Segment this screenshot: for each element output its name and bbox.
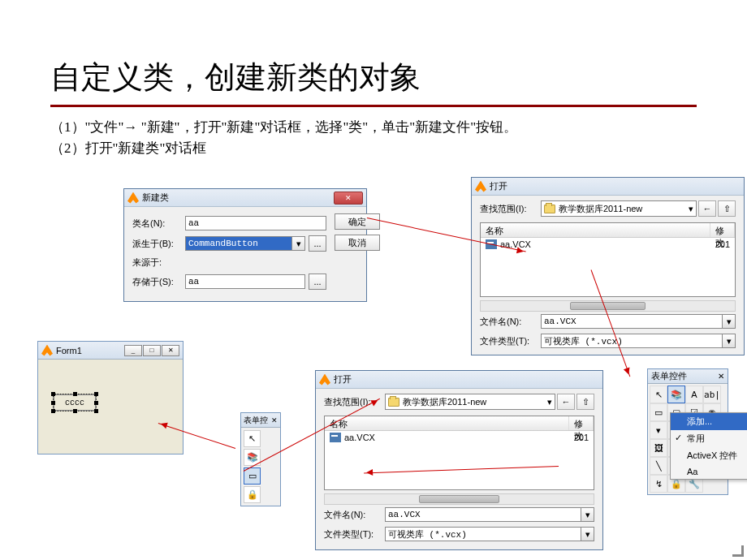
class-name-input[interactable] (185, 216, 326, 230)
library-icon[interactable]: 📚 (667, 386, 685, 403)
filetype-combo[interactable]: 可视类库 (*.vcx) (385, 527, 581, 541)
menu-aa-item[interactable]: Aa (671, 464, 747, 479)
line-tool-icon[interactable]: ╲ (650, 457, 667, 475)
slide-title: 自定义类，创建新类的对象 (50, 57, 697, 105)
toolbox-context-menu[interactable]: 添加... 常用 ActiveX 控件 Aa (670, 412, 747, 480)
browse-store-button[interactable]: ... (309, 274, 326, 290)
new-class-dialog: 新建类 ✕ 类名(N): 派生于(B): CommandButton ▾ ...… (123, 188, 367, 302)
label-filetype: 文件类型(T): (324, 528, 385, 541)
base-class-value: CommandButton (188, 239, 258, 248)
label-lookin: 查找范围(I): (480, 203, 541, 215)
pointer-tool-icon[interactable]: ↖ (244, 430, 261, 447)
form-controls-toolbox-small[interactable]: 表单控 ✕ ↖ 📚 ▭ 🔒 (240, 412, 281, 506)
label-from: 来源于: (132, 256, 185, 269)
pointer-tool-icon[interactable]: ↖ (650, 386, 667, 403)
filename-input[interactable] (541, 314, 723, 329)
lookin-folder-name: 教学数据库2011-new (559, 203, 642, 215)
cancel-button[interactable]: 取消 (335, 235, 380, 251)
folder-icon (388, 398, 399, 407)
file-list[interactable]: 名称 修改 aa.VCX 201 (324, 416, 594, 490)
fox-icon (41, 345, 53, 356)
col-name-header[interactable]: 名称 (481, 223, 710, 237)
open-dialog-1: 打开 查找范围(I): 教学数据库2011-new ▾ ← ⇧ 名称 修改 aa… (471, 177, 745, 355)
vcx-file-icon (330, 433, 341, 442)
lookin-combo[interactable]: 教学数据库2011-new ▾ (385, 394, 555, 410)
toolbox-small-title: 表单控 (244, 415, 268, 426)
browse-base-button[interactable]: ... (309, 235, 326, 252)
label-filetype: 文件类型(T): (480, 335, 541, 347)
up-icon[interactable]: ⇧ (718, 200, 736, 217)
maximize-icon[interactable]: □ (143, 345, 161, 356)
fox-icon (127, 192, 139, 204)
close-icon[interactable]: ✕ (271, 416, 278, 424)
file-date-cell: 201 (574, 433, 589, 442)
toolbox-big-title: 表单控件 (651, 370, 687, 382)
form-designer: Form1 _ □ ✕ cccc (37, 341, 184, 454)
fox-icon (475, 181, 486, 192)
chevron-down-icon[interactable]: ▾ (723, 334, 736, 348)
base-class-combo[interactable]: CommandButton (185, 236, 292, 251)
step-1-text: （1）"文件"→ "新建"，打开"新建"对话框，选择"类"，单击"新建文件"按钮… (50, 117, 697, 138)
h-scrollbar[interactable] (480, 300, 736, 312)
h-scrollbar[interactable] (324, 493, 594, 505)
menu-activex-item[interactable]: ActiveX 控件 (671, 447, 747, 464)
label-store-in: 存储于(S): (132, 276, 185, 288)
chevron-down-icon[interactable]: ▾ (581, 527, 594, 541)
label-filename: 文件名(N): (324, 509, 385, 521)
file-row[interactable]: aa.VCX 201 (325, 431, 594, 444)
col-name-header[interactable]: 名称 (325, 416, 569, 430)
form1-title: Form1 (56, 346, 82, 355)
label-derived-from: 派生于(B): (132, 238, 185, 250)
command-button-instance[interactable]: cccc (54, 394, 96, 411)
label-class-name: 类名(N): (132, 218, 185, 230)
file-date-cell: 201 (715, 239, 730, 249)
file-name-cell: aa.VCX (500, 239, 715, 249)
up-icon[interactable]: ⇧ (576, 394, 594, 410)
lock-icon[interactable]: 🔒 (244, 486, 261, 503)
file-name-cell: aa.VCX (344, 433, 574, 442)
chevron-down-icon[interactable]: ▾ (723, 314, 736, 329)
chevron-down-icon[interactable]: ▾ (581, 507, 594, 522)
menu-add-item[interactable]: 添加... (671, 413, 747, 430)
combo-tool-icon[interactable]: ▾ (650, 421, 667, 439)
chevron-down-icon[interactable]: ▾ (292, 236, 305, 251)
menu-common-item[interactable]: 常用 (671, 430, 747, 447)
open-dialog-1-title: 打开 (490, 180, 507, 192)
folder-icon (544, 205, 555, 213)
minimize-icon[interactable]: _ (124, 345, 142, 356)
lookin-combo[interactable]: 教学数据库2011-new ▾ (541, 200, 697, 217)
lookin-folder-name: 教学数据库2011-new (403, 396, 486, 408)
image-tool-icon[interactable]: 🖼 (650, 439, 667, 457)
open-dialog-2: 打开 查找范围(I): 教学数据库2011-new ▾ ← ⇧ 名称 修改 aa… (315, 370, 603, 550)
title-underline (50, 105, 697, 107)
close-icon[interactable]: ✕ (162, 345, 179, 356)
col-mod-header[interactable]: 修改 (569, 416, 594, 430)
close-icon[interactable]: ✕ (334, 192, 363, 205)
step-2-text: （2）打开"新建类"对话框 (50, 138, 697, 159)
col-mod-header[interactable]: 修改 (710, 223, 735, 237)
hyperlink-tool-icon[interactable]: ↯ (650, 475, 667, 493)
label-filename: 文件名(N): (480, 316, 541, 328)
open-dialog-2-title: 打开 (334, 373, 352, 386)
label-tool-icon[interactable]: A (685, 386, 703, 403)
back-icon[interactable]: ← (557, 394, 575, 410)
new-class-title: 新建类 (142, 192, 169, 204)
close-icon[interactable]: ✕ (718, 372, 724, 381)
resize-corner-icon (729, 542, 744, 557)
ok-button[interactable]: 确定 (335, 213, 380, 230)
file-list[interactable]: 名称 修改 aa.VCX 201 (480, 222, 736, 297)
store-in-input[interactable] (185, 274, 305, 289)
button-tool-icon[interactable]: ▭ (650, 403, 667, 421)
textbox-tool-icon[interactable]: ab| (703, 386, 721, 403)
filename-input[interactable] (385, 507, 581, 522)
selected-control[interactable]: cccc (53, 394, 97, 411)
back-icon[interactable]: ← (698, 200, 716, 217)
fox-icon (319, 374, 330, 386)
filetype-combo[interactable]: 可视类库 (*.vcx) (541, 334, 723, 348)
